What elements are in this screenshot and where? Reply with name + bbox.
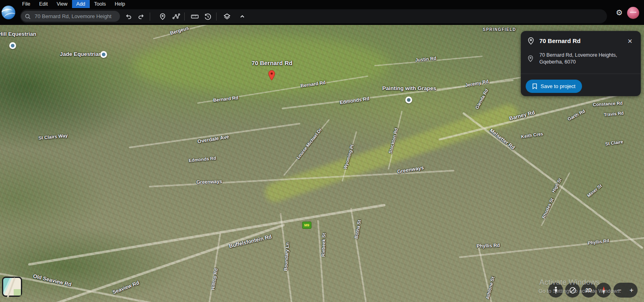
toggle-2d-button[interactable]: 2D bbox=[581, 283, 596, 298]
save-to-project-button[interactable]: Save to project bbox=[526, 80, 582, 93]
street-view-pegman-button[interactable] bbox=[548, 283, 563, 298]
search-input[interactable] bbox=[34, 13, 114, 20]
poi-marker-hill-equestrian[interactable] bbox=[9, 42, 16, 49]
road-line bbox=[342, 131, 357, 182]
bookmark-icon bbox=[532, 83, 537, 89]
historical-imagery-button[interactable] bbox=[202, 11, 213, 22]
menu-tools[interactable]: Tools bbox=[90, 0, 110, 8]
toolbar-divider bbox=[216, 12, 217, 21]
undo-button[interactable] bbox=[123, 11, 134, 22]
zoom-controls: − + bbox=[613, 283, 638, 298]
draw-path-button[interactable] bbox=[171, 11, 182, 22]
open-field bbox=[133, 37, 390, 93]
menu-help[interactable]: Help bbox=[110, 0, 130, 8]
road-line bbox=[149, 170, 454, 187]
menu-file[interactable]: File bbox=[18, 0, 35, 8]
road-line bbox=[0, 272, 166, 302]
pegman-icon bbox=[553, 286, 559, 294]
road-line bbox=[317, 220, 325, 302]
settings-gear-icon[interactable]: ⚙ bbox=[613, 8, 623, 17]
layers-button[interactable] bbox=[222, 11, 232, 22]
placemark-button[interactable] bbox=[157, 11, 168, 22]
toolbar-divider bbox=[150, 12, 150, 21]
road-line bbox=[56, 224, 285, 302]
road-line bbox=[388, 111, 403, 170]
menu-edit[interactable]: Edit bbox=[35, 0, 52, 8]
road-line bbox=[462, 112, 643, 249]
road-line bbox=[282, 79, 514, 109]
slashed-circle-icon bbox=[569, 286, 577, 294]
road-line bbox=[283, 119, 330, 176]
poi-marker-jade-equestrian[interactable] bbox=[100, 51, 107, 58]
measure-ruler-button[interactable] bbox=[190, 11, 200, 22]
road-line bbox=[129, 123, 300, 148]
redo-button[interactable] bbox=[136, 11, 147, 22]
compass-needle-icon bbox=[600, 286, 607, 295]
close-panel-button[interactable]: × bbox=[625, 36, 635, 46]
road-line bbox=[197, 76, 368, 104]
menu-add[interactable]: Add bbox=[72, 0, 90, 8]
place-info-panel: 70 Bernard Rd × 70 Bernard Rd, Lovemore … bbox=[521, 31, 641, 96]
zoom-out-button[interactable]: − bbox=[616, 286, 623, 294]
road-line bbox=[459, 237, 644, 258]
address-line-2: Gqeberha, 6070 bbox=[539, 59, 632, 66]
road-line bbox=[28, 203, 386, 265]
save-button-label: Save to project bbox=[541, 83, 576, 89]
place-title: 70 Bernard Rd bbox=[539, 37, 581, 44]
zoom-in-button[interactable]: + bbox=[628, 286, 635, 294]
search-icon bbox=[25, 14, 31, 19]
google-earth-logo bbox=[2, 6, 15, 19]
place-address: 70 Bernard Rd, Lovemore Heights, Gqeberh… bbox=[539, 52, 632, 66]
overview-map[interactable] bbox=[2, 277, 22, 297]
menu-view[interactable]: View bbox=[52, 0, 72, 8]
account-avatar[interactable] bbox=[627, 7, 639, 19]
road-line bbox=[350, 208, 367, 302]
road-line bbox=[208, 231, 221, 302]
search-bar[interactable] bbox=[21, 11, 120, 22]
road-line bbox=[374, 55, 483, 66]
panel-divider bbox=[521, 74, 641, 74]
menu-bar: FileEditViewAddToolsHelp bbox=[18, 0, 130, 8]
road-line bbox=[438, 92, 626, 141]
poi-marker-painting-with-grapes[interactable] bbox=[405, 97, 412, 103]
road-line bbox=[280, 213, 293, 302]
compass[interactable] bbox=[596, 283, 611, 298]
slashed-circle-button[interactable] bbox=[565, 283, 580, 298]
road-line bbox=[477, 245, 496, 302]
place-pin-icon bbox=[527, 37, 535, 45]
toolbar-divider bbox=[184, 12, 185, 21]
green-belt bbox=[262, 102, 520, 205]
top-bar: FileEditViewAddToolsHelp bbox=[0, 0, 644, 25]
address-pin-icon bbox=[527, 55, 534, 62]
road-line bbox=[541, 172, 570, 226]
address-line-1: 70 Bernard Rd, Lovemore Heights, bbox=[539, 52, 632, 59]
road-line bbox=[153, 25, 254, 39]
collapse-toolbar-chevron[interactable] bbox=[237, 11, 248, 22]
